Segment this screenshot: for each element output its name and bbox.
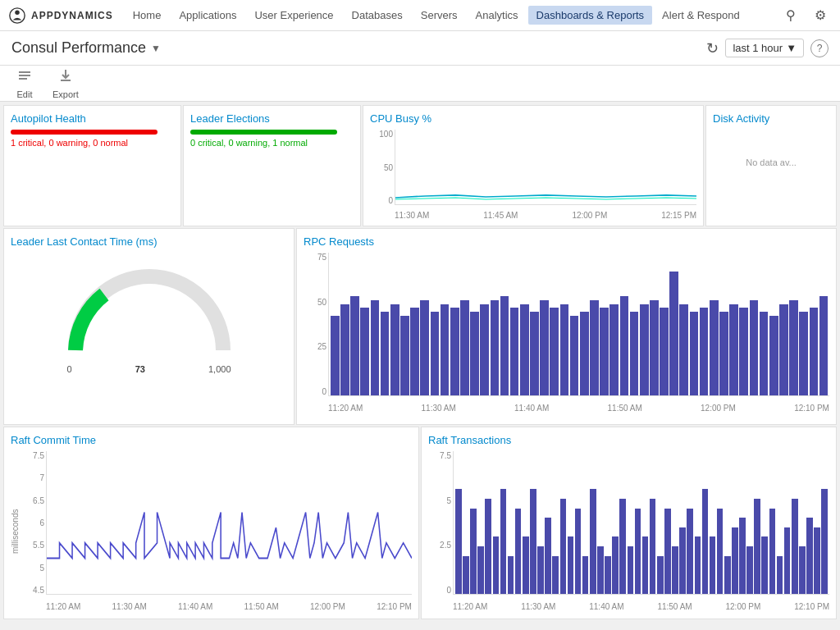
rpc-bar (630, 312, 639, 395)
nav-user-experience[interactable]: User Experience (246, 6, 341, 25)
help-button[interactable]: ? (810, 39, 829, 57)
title-dropdown[interactable]: ▼ (151, 43, 161, 54)
rpc-bar (460, 300, 469, 395)
raft-commit-title: Raft Commit Time (11, 434, 412, 446)
rpc-x-1140: 11:40 AM (514, 404, 549, 413)
raft-trans-bar (568, 536, 574, 594)
export-button[interactable]: Export (44, 64, 87, 103)
raft-transactions-widget: Raft Transactions 7.5 5 2.5 0 11:20 AM 1… (421, 427, 837, 619)
subheader-right: ↻ last 1 hour ▼ ? (706, 39, 829, 57)
raft-trans-bar (687, 509, 693, 594)
cpu-chart-area (395, 130, 696, 205)
raft-trans-bar (619, 499, 626, 594)
nav-home[interactable]: Home (125, 6, 170, 25)
bottom-widget-row: Raft Commit Time milliseconds 7.5 7 6.5 … (3, 427, 837, 619)
raft-trans-bar (777, 556, 783, 594)
rpc-x-1130: 11:30 AM (422, 404, 456, 413)
raft-trans-bar (732, 527, 738, 594)
raft-trans-bar (477, 546, 484, 594)
raft-trans-x-1150: 11:50 AM (657, 602, 692, 611)
leader-elections-status-bar (190, 130, 337, 135)
gauge-max-label: 1,000 (208, 364, 231, 374)
rpc-bar (560, 304, 569, 395)
cpu-title: CPU Busy % (370, 112, 696, 125)
rpc-bar (550, 308, 559, 395)
raft-commit-svg (47, 451, 412, 594)
settings-button[interactable]: ⚙ (809, 4, 832, 27)
raft-trans-y-25: 2.5 (428, 541, 451, 550)
rpc-x-labels: 11:20 AM 11:30 AM 11:40 AM 11:50 AM 12:0… (328, 404, 829, 413)
leader-elections-title: Leader Elections (190, 112, 354, 125)
logo[interactable]: APPDYNAMICS (8, 7, 113, 25)
cpu-x-1130: 11:30 AM (395, 211, 429, 220)
rpc-bar (441, 304, 450, 395)
disk-activity-widget: Disk Activity No data av... (705, 105, 837, 226)
cpu-x-1200: 12:00 PM (572, 211, 607, 220)
refresh-button[interactable]: ↻ (706, 39, 719, 57)
raft-commit-x-1130: 11:30 AM (112, 602, 147, 611)
raft-y-65: 6.5 (21, 496, 44, 505)
rpc-bar (710, 300, 719, 395)
cpu-chart: 100 50 0 11:30 AM 11:45 AM 12:00 PM 12:1… (370, 130, 696, 220)
raft-trans-bar (523, 536, 529, 594)
nav-servers[interactable]: Servers (413, 6, 466, 25)
raft-y-55: 5.5 (21, 541, 44, 550)
raft-commit-x-1200: 12:00 PM (310, 602, 345, 611)
raft-trans-bar (792, 499, 798, 594)
rpc-bar (360, 308, 369, 395)
rpc-bar (381, 312, 390, 395)
page-title: Consul Performance (11, 39, 146, 57)
rpc-bar (810, 308, 819, 395)
autopilot-health-widget: Autopilot Health 1 critical, 0 warning, … (3, 105, 181, 226)
raft-trans-bar (769, 509, 776, 594)
rpc-bar (609, 304, 619, 395)
autopilot-status-bar-container: 1 critical, 0 warning, 0 normal (11, 130, 174, 148)
raft-trans-bar (717, 509, 724, 594)
nav-alert[interactable]: Alert & Respond (654, 6, 748, 25)
edit-button[interactable]: Edit (8, 64, 41, 103)
rpc-bar (350, 296, 359, 395)
rpc-x-1210: 12:10 PM (794, 404, 829, 413)
raft-trans-bar (650, 499, 656, 594)
svg-rect-5 (61, 80, 71, 81)
raft-trans-bar (597, 546, 604, 594)
gauge-labels: 0 73 1,000 (67, 364, 231, 374)
rpc-bar (580, 312, 589, 395)
toolbar: Edit Export (0, 66, 840, 102)
nav-dashboards[interactable]: Dashboards & Reports (528, 6, 653, 25)
svg-point-1 (15, 10, 20, 14)
rpc-bar (799, 312, 808, 395)
leader-contact-title: Leader Last Contact Time (ms) (11, 235, 287, 248)
raft-trans-bar (657, 556, 664, 594)
raft-trans-bar (560, 499, 567, 594)
rpc-bar (660, 308, 669, 395)
rpc-bar (540, 300, 549, 395)
logo-text: APPDYNAMICS (31, 10, 113, 21)
raft-commit-chart: milliseconds 7.5 7 6.5 6 5.5 5 4.5 (11, 451, 412, 611)
time-chevron-icon: ▼ (786, 42, 797, 54)
nav-analytics[interactable]: Analytics (468, 6, 527, 25)
raft-trans-bar (455, 489, 462, 594)
nav-applications[interactable]: Applications (171, 6, 244, 25)
raft-trans-bar (493, 536, 500, 594)
disk-title: Disk Activity (713, 112, 829, 125)
raft-trans-bar (642, 536, 649, 594)
main-content[interactable]: Autopilot Health 1 critical, 0 warning, … (0, 102, 840, 630)
raft-trans-bar (814, 527, 820, 594)
raft-trans-bar (710, 536, 716, 594)
rpc-bar (491, 300, 500, 395)
raft-trans-bar (552, 556, 559, 594)
nav-databases[interactable]: Databases (344, 6, 411, 25)
rpc-y-25: 25 (304, 342, 326, 351)
raft-y-5: 5 (21, 564, 44, 573)
rpc-bar (371, 300, 380, 395)
search-button[interactable]: ⚲ (779, 4, 802, 27)
rpc-bar (520, 304, 529, 395)
raft-trans-y-labels: 7.5 5 2.5 0 (428, 451, 451, 595)
raft-trans-x-labels: 11:20 AM 11:30 AM 11:40 AM 11:50 AM 12:0… (453, 602, 829, 611)
time-selector[interactable]: last 1 hour ▼ (725, 39, 804, 57)
raft-trans-bar (470, 509, 477, 594)
raft-commit-line-area (46, 451, 412, 595)
logo-icon (8, 7, 26, 25)
raft-commit-x-1140: 11:40 AM (178, 602, 212, 611)
